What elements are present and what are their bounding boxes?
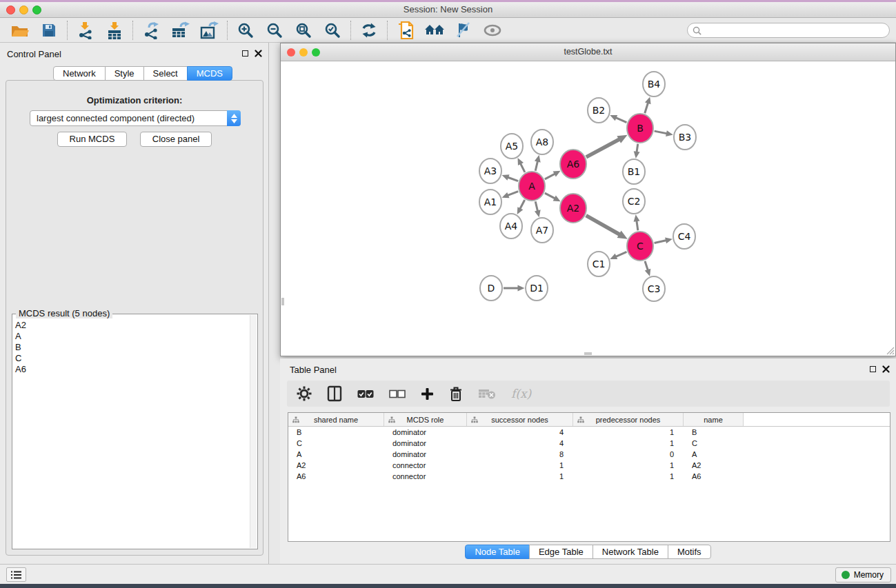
- close-traffic-light[interactable]: [6, 6, 15, 14]
- column-header-shared-name[interactable]: shared name: [288, 413, 384, 426]
- network-minimize-traffic-light[interactable]: [299, 48, 308, 57]
- table-cell[interactable]: A2: [288, 460, 384, 471]
- table-cell[interactable]: dominator: [384, 427, 467, 438]
- close-panel-icon[interactable]: [882, 365, 890, 373]
- vertical-scrollbar-thumb[interactable]: [281, 298, 284, 305]
- table-row[interactable]: A6connector11A6: [288, 471, 890, 482]
- table-row[interactable]: Bdominator41B: [288, 427, 890, 438]
- horizontal-scrollbar-thumb[interactable]: [584, 352, 592, 355]
- graph-edge[interactable]: [520, 200, 525, 210]
- column-header-name[interactable]: name: [684, 413, 744, 426]
- table-cell[interactable]: 1: [467, 471, 573, 482]
- delete-row-button[interactable]: [449, 386, 463, 402]
- function-builder-button[interactable]: f(x): [511, 387, 531, 401]
- table-cell[interactable]: B: [684, 427, 744, 438]
- table-cell[interactable]: 0: [573, 449, 684, 460]
- table-cell[interactable]: C: [684, 438, 744, 449]
- graph-edge[interactable]: [655, 241, 667, 243]
- table-cell[interactable]: connector: [384, 460, 467, 471]
- refresh-layout-button[interactable]: [355, 19, 384, 41]
- graph-edge[interactable]: [535, 201, 537, 212]
- zoom-selected-button[interactable]: [318, 19, 347, 41]
- flag-toggle-button[interactable]: [449, 19, 478, 41]
- table-cell[interactable]: 8: [467, 449, 573, 460]
- run-mcds-button[interactable]: Run MCDS: [57, 132, 128, 147]
- table-row[interactable]: Cdominator41C: [288, 438, 890, 449]
- select-all-button[interactable]: [357, 389, 374, 398]
- float-panel-icon[interactable]: [870, 366, 876, 372]
- graph-edge[interactable]: [637, 221, 638, 231]
- zoom-in-button[interactable]: [231, 19, 260, 41]
- delete-table-button[interactable]: [478, 388, 496, 399]
- tab-network[interactable]: Network: [53, 66, 106, 81]
- graph-edge[interactable]: [645, 103, 648, 114]
- column-header-MCDS-role[interactable]: MCDS role: [384, 413, 467, 426]
- table-cell[interactable]: A: [288, 449, 384, 460]
- graph-edge[interactable]: [545, 193, 555, 199]
- minimize-traffic-light[interactable]: [19, 6, 28, 14]
- table-cell[interactable]: A6: [684, 471, 744, 482]
- export-image-button[interactable]: [195, 19, 223, 41]
- network-canvas[interactable]: B4B2BB3A5A8A6B1A3AA1C2A2A4A7CC4C1C3DD1: [281, 61, 895, 356]
- table-cell[interactable]: A6: [288, 471, 384, 482]
- close-panel-icon[interactable]: [255, 50, 262, 57]
- table-cell[interactable]: 4: [467, 427, 573, 438]
- table-cell[interactable]: 1: [573, 438, 684, 449]
- zoom-out-button[interactable]: [260, 19, 289, 41]
- graph-edge[interactable]: [645, 261, 648, 271]
- tab-mcds[interactable]: MCDS: [187, 66, 232, 81]
- resize-grip[interactable]: [885, 345, 895, 355]
- table-cell[interactable]: dominator: [384, 449, 467, 460]
- network-close-traffic-light[interactable]: [287, 48, 295, 57]
- network-zoom-traffic-light[interactable]: [312, 48, 320, 57]
- add-row-button[interactable]: [421, 387, 434, 401]
- mcds-result-item[interactable]: A: [15, 331, 248, 342]
- network-window-titlebar[interactable]: testGlobe.txt: [281, 43, 895, 61]
- table-cell[interactable]: 1: [573, 471, 684, 482]
- float-panel-icon[interactable]: [242, 50, 248, 57]
- graph-edge[interactable]: [508, 177, 518, 181]
- table-cell[interactable]: 1: [573, 460, 684, 471]
- mcds-list-scrollbar[interactable]: [250, 315, 257, 548]
- graph-edge[interactable]: [545, 174, 555, 179]
- table-cell[interactable]: C: [288, 438, 384, 449]
- graph-edge[interactable]: [586, 216, 620, 235]
- network-from-document-button[interactable]: [391, 19, 420, 41]
- deselect-all-button[interactable]: [389, 389, 406, 398]
- column-header-successor-nodes[interactable]: successor nodes: [467, 413, 573, 426]
- graph-edge[interactable]: [535, 161, 537, 171]
- column-layout-button[interactable]: [327, 385, 342, 402]
- graph-edge[interactable]: [655, 131, 668, 134]
- search-input[interactable]: [705, 24, 889, 37]
- open-file-button[interactable]: [6, 19, 34, 41]
- column-header-predecessor-nodes[interactable]: predecessor nodes: [573, 413, 684, 426]
- import-table-button[interactable]: [100, 19, 129, 41]
- table-settings-button[interactable]: [297, 386, 312, 401]
- table-cell[interactable]: 4: [467, 438, 573, 449]
- export-network-button[interactable]: [137, 19, 166, 41]
- table-cell[interactable]: B: [288, 427, 384, 438]
- eye-toggle-button[interactable]: [478, 19, 507, 41]
- graph-edge[interactable]: [507, 192, 518, 196]
- zoom-traffic-light[interactable]: [32, 6, 41, 14]
- graph-edge[interactable]: [520, 163, 525, 172]
- tab-node-table[interactable]: Node Table: [465, 545, 530, 559]
- import-network-button[interactable]: [71, 19, 100, 41]
- table-cell[interactable]: 1: [467, 460, 573, 471]
- mcds-result-item[interactable]: A2: [15, 320, 248, 331]
- zoom-fit-button[interactable]: [289, 19, 318, 41]
- tab-edge-table[interactable]: Edge Table: [529, 545, 593, 559]
- task-history-button[interactable]: [6, 567, 26, 582]
- tab-select[interactable]: Select: [143, 66, 188, 81]
- table-cell[interactable]: connector: [384, 471, 467, 482]
- graph-edge[interactable]: [637, 144, 638, 153]
- graph-edge[interactable]: [615, 252, 626, 256]
- tab-style[interactable]: Style: [105, 66, 144, 81]
- table-row[interactable]: Adominator80A: [288, 449, 890, 460]
- tab-network-table[interactable]: Network Table: [593, 545, 668, 559]
- close-panel-button[interactable]: Close panel: [140, 132, 212, 147]
- tab-motifs[interactable]: Motifs: [668, 545, 711, 559]
- table-cell[interactable]: A2: [684, 460, 744, 471]
- table-cell[interactable]: A: [684, 449, 744, 460]
- table-cell[interactable]: dominator: [384, 438, 467, 449]
